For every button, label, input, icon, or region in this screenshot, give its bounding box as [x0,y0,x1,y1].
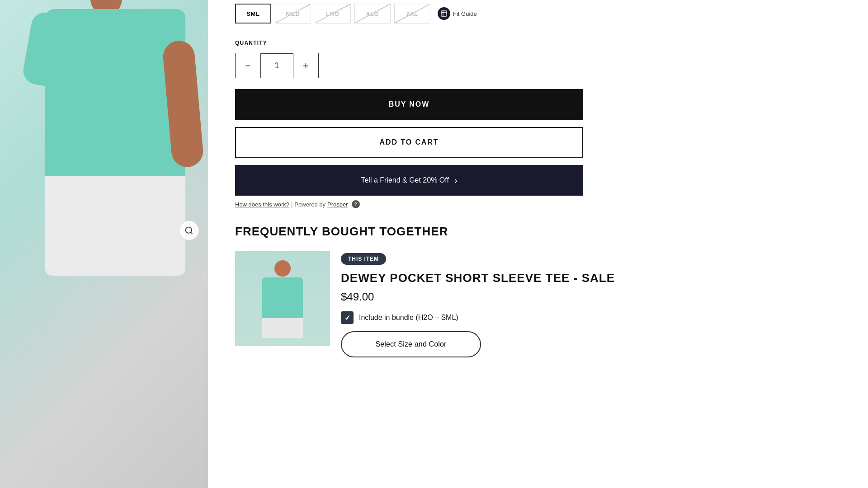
bundle-product-price: $49.00 [341,291,841,303]
bundle-product-name: DEWEY POCKET SHORT SLEEVE TEE - SALE [341,271,841,285]
quantity-value: 1 [260,54,293,78]
frequently-bought-section: FREQUENTLY BOUGHT TOGETHER TH [235,225,841,357]
select-size-color-button[interactable]: Select Size and Color [341,331,481,357]
mini-shirt [262,277,303,318]
product-image-background [0,0,208,488]
chevron-right-icon: › [454,175,458,186]
how-does-this-work-link[interactable]: How does this work? [235,201,289,208]
checkbox-check-icon: ✓ [344,314,350,322]
product-content-panel: SML MED LRG XLG 2XL Fit Guide QUANTITY −… [208,0,868,488]
buy-now-button[interactable]: BUY NOW [235,89,583,120]
fit-guide-icon [438,7,450,20]
size-btn-sml[interactable]: SML [235,4,271,23]
quantity-decrease-button[interactable]: − [236,53,260,78]
frequently-bought-title: FREQUENTLY BOUGHT TOGETHER [235,225,841,239]
action-buttons: BUY NOW ADD TO CART Tell a Friend & Get … [235,89,841,196]
quantity-control: − 1 + [235,53,319,78]
tell-friend-label: Tell a Friend & Get 20% Off [361,176,448,184]
bundle-product-info: THIS ITEM DEWEY POCKET SHORT SLEEVE TEE … [341,251,841,357]
quantity-label: QUANTITY [235,40,841,46]
add-to-cart-button[interactable]: ADD TO CART [235,127,583,158]
svg-point-0 [186,227,192,233]
quantity-increase-button[interactable]: + [293,53,318,78]
fit-guide-button[interactable]: Fit Guide [438,7,477,20]
size-selector-row: SML MED LRG XLG 2XL Fit Guide [235,0,841,23]
svg-line-1 [191,232,193,234]
mini-head [274,260,291,277]
bundle-product-image [235,251,330,346]
mini-shorts [262,318,303,338]
prosper-separator: | [291,201,292,208]
bundle-product-image-inner [235,251,330,346]
quantity-section: QUANTITY − 1 + [235,40,841,78]
include-in-bundle-checkbox[interactable]: ✓ [341,311,354,324]
include-in-bundle-label: Include in bundle (H2O – SML) [359,314,458,322]
prosper-question-icon[interactable]: ? [352,200,360,208]
powered-by-text: Powered by [294,201,326,208]
size-btn-2xl[interactable]: 2XL [394,4,430,23]
zoom-button[interactable] [179,221,199,240]
size-btn-xlg[interactable]: XLG [354,4,391,23]
prosper-line: How does this work? | Powered by Prosper… [235,200,841,208]
fit-guide-label: Fit Guide [453,10,477,17]
page-container: SML MED LRG XLG 2XL Fit Guide QUANTITY −… [0,0,868,488]
size-btn-lrg[interactable]: LRG [315,4,351,23]
bundle-item: THIS ITEM DEWEY POCKET SHORT SLEEVE TEE … [235,251,841,357]
bundle-checkbox-row: ✓ Include in bundle (H2O – SML) [341,311,841,324]
prosper-brand-link[interactable]: Prosper [327,201,348,208]
size-btn-med[interactable]: MED [275,4,311,23]
tell-friend-button[interactable]: Tell a Friend & Get 20% Off › [235,165,583,196]
product-image-panel [0,0,208,488]
this-item-badge: THIS ITEM [341,253,386,265]
mini-figure [262,260,303,337]
